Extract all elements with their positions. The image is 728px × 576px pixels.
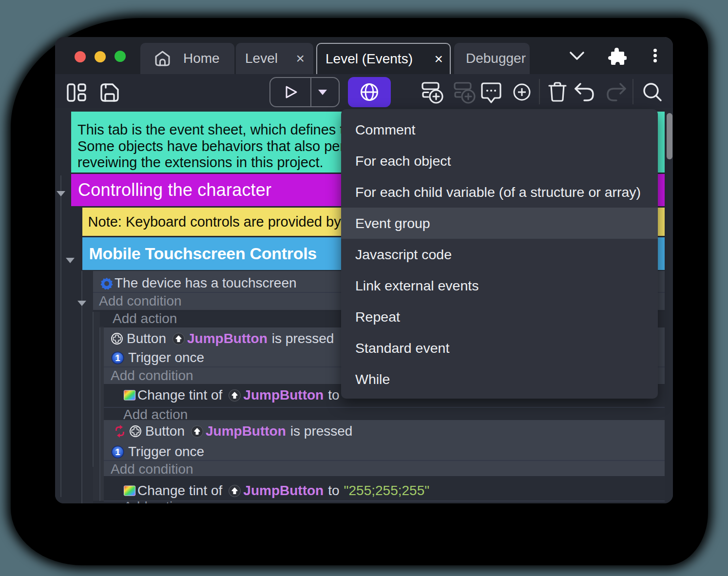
- svg-text:1: 1: [115, 447, 120, 457]
- svg-text:1: 1: [115, 353, 120, 363]
